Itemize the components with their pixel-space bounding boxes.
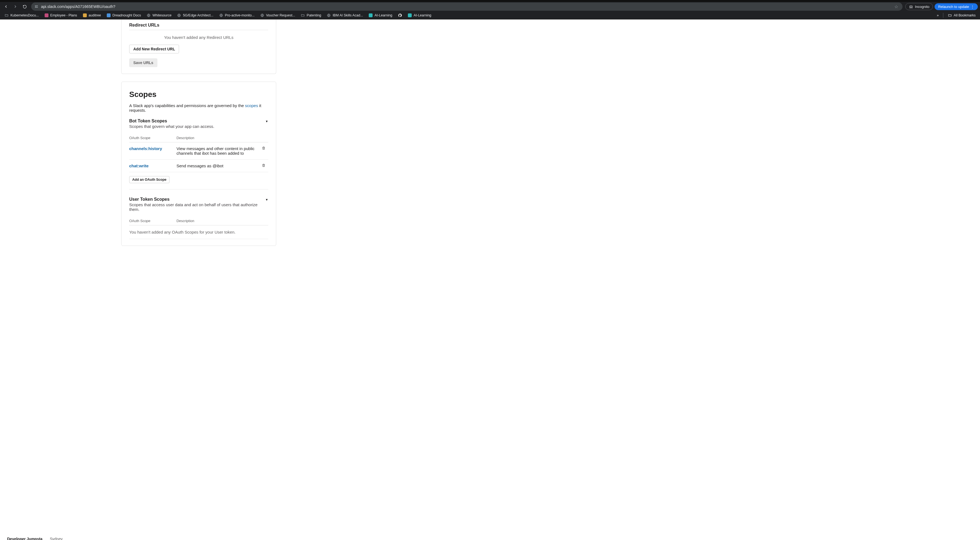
bookmark-item[interactable]: 5G/Edge Architect... — [175, 12, 215, 18]
bookmark-favicon — [83, 13, 87, 18]
page-body: Redirect URLs You haven't added any Redi… — [0, 19, 980, 540]
trash-icon — [262, 146, 266, 150]
bookmarks-overflow[interactable]: » — [935, 13, 941, 18]
col-header-desc: Description — [177, 217, 262, 225]
bookmark-label: IBM AI Skills Acad... — [332, 13, 363, 17]
bookmark-favicon — [219, 13, 223, 18]
user-scopes-subtitle: Scopes that access user data and act on … — [129, 202, 265, 212]
user-scopes-title: User Token Scopes — [129, 197, 265, 202]
back-button[interactable] — [2, 3, 10, 10]
bookmark-label: 5G/Edge Architect... — [183, 13, 213, 17]
bookmark-item[interactable]: auditree — [81, 12, 103, 18]
tab-strip — [0, 0, 980, 2]
scopes-link[interactable]: scopes — [245, 103, 258, 108]
bookmark-item[interactable]: Dreadnought Docs — [104, 12, 143, 18]
browser-chrome: api.slack.com/apps/A071665EWBU/oauth? ☆ … — [0, 0, 980, 19]
bookmark-item[interactable]: Whitesource — [144, 12, 173, 18]
folder-icon — [948, 13, 952, 18]
bookmark-favicon — [107, 13, 111, 18]
bookmark-label: Whitesource — [153, 13, 171, 17]
bookmark-item[interactable]: KubernetesDocu... — [2, 12, 41, 18]
left-nav-peek-item[interactable]: Developer Jumpsta — [7, 537, 43, 540]
relaunch-menu-icon: ⋮ — [971, 5, 974, 9]
bookmark-item[interactable]: Employee - Plans — [42, 12, 80, 18]
chevron-double-right-icon: » — [937, 13, 939, 17]
bookmark-item[interactable]: Pro-active-monito... — [217, 12, 257, 18]
bookmark-star-icon[interactable]: ☆ — [892, 4, 900, 9]
trash-icon — [262, 164, 266, 167]
bookmark-label: Dreadnought Docs — [113, 13, 141, 17]
bookmark-favicon — [369, 13, 373, 18]
delete-scope-button[interactable] — [262, 160, 268, 172]
bookmark-label: Voucher Request... — [266, 13, 295, 17]
bookmark-favicon — [45, 13, 49, 18]
bookmark-label: Patenting — [307, 13, 321, 17]
user-scopes-header[interactable]: User Token Scopes Scopes that access use… — [129, 197, 268, 212]
save-urls-button[interactable]: Save URLs — [129, 58, 158, 67]
relaunch-button[interactable]: Relaunch to update ⋮ — [935, 3, 978, 10]
add-redirect-url-button[interactable]: Add New Redirect URL — [129, 45, 179, 53]
caret-down-icon: ▼ — [265, 119, 268, 123]
bot-scopes-header[interactable]: Bot Token Scopes Scopes that govern what… — [129, 119, 268, 129]
scopes-intro: A Slack app's capabilities and permissio… — [129, 103, 268, 113]
bookmark-favicon — [326, 13, 331, 18]
delete-scope-button[interactable] — [262, 142, 268, 160]
scope-description: View messages and other content in publi… — [177, 142, 262, 160]
bookmark-label: AI-Learning — [374, 13, 392, 17]
incognito-label: Incognito — [915, 5, 929, 9]
bookmark-favicon — [5, 13, 9, 18]
browser-toolbar: api.slack.com/apps/A071665EWBU/oauth? ☆ … — [0, 2, 980, 11]
bot-scopes-table: OAuth Scope Description channels:history… — [129, 134, 268, 172]
bookmark-favicon — [146, 13, 151, 18]
svg-rect-0 — [35, 6, 38, 6]
bookmark-label: auditree — [89, 13, 101, 17]
scope-name-link[interactable]: chat:write — [129, 164, 149, 168]
bookmark-label: AI-Learning — [414, 13, 431, 17]
all-bookmarks-label: All Bookmarks — [954, 13, 975, 17]
bookmark-item[interactable] — [396, 12, 404, 18]
relaunch-label: Relaunch to update — [938, 5, 969, 9]
bookmark-item[interactable]: IBM AI Skills Acad... — [325, 12, 365, 18]
bookmark-item[interactable]: AI-Learning — [366, 12, 395, 18]
redirect-urls-empty-text: You haven't added any Redirect URLs — [129, 30, 268, 45]
scope-row: channels:historyView messages and other … — [129, 142, 268, 160]
bookmark-favicon — [407, 13, 412, 18]
user-scopes-table: OAuth Scope Description You haven't adde… — [129, 217, 268, 239]
scopes-heading: Scopes — [129, 90, 268, 99]
url-text: api.slack.com/apps/A071665EWBU/oauth? — [41, 5, 115, 9]
user-scopes-empty-row: You haven't added any OAuth Scopes for y… — [129, 225, 268, 239]
bookmark-label: KubernetesDocu... — [10, 13, 39, 17]
col-header-scope: OAuth Scope — [129, 134, 177, 142]
all-bookmarks-button[interactable]: All Bookmarks — [945, 12, 978, 18]
bookmarks-divider — [943, 13, 943, 18]
forward-button[interactable] — [11, 3, 19, 10]
incognito-icon — [909, 5, 913, 9]
bot-scopes-subtitle: Scopes that govern what your app can acc… — [129, 124, 265, 129]
bookmarks-bar: KubernetesDocu...Employee - Plansauditre… — [0, 11, 980, 19]
bot-scopes-title: Bot Token Scopes — [129, 119, 265, 124]
scope-name-link[interactable]: channels:history — [129, 146, 162, 151]
add-bot-scope-button[interactable]: Add an OAuth Scope — [129, 176, 169, 183]
scopes-intro-prefix: A Slack app's capabilities and permissio… — [129, 103, 245, 108]
bookmark-item[interactable]: AI-Learning — [406, 12, 434, 18]
bookmark-favicon — [177, 13, 181, 18]
col-header-scope: OAuth Scope — [129, 217, 177, 225]
bookmark-item[interactable]: Voucher Request... — [258, 12, 297, 18]
incognito-indicator[interactable]: Incognito — [905, 3, 933, 10]
site-info-icon[interactable] — [34, 4, 39, 9]
bookmark-item[interactable]: Patenting — [298, 12, 323, 18]
reload-button[interactable] — [21, 3, 29, 10]
col-header-desc: Description — [177, 134, 262, 142]
svg-rect-1 — [35, 7, 38, 8]
caret-down-icon: ▼ — [265, 197, 268, 201]
scopes-card: Scopes A Slack app's capabilities and pe… — [121, 81, 276, 246]
bookmark-favicon — [260, 13, 264, 18]
left-nav-peek-region: Sydney — [50, 537, 63, 540]
bookmark-favicon — [301, 13, 305, 18]
scope-description: Send messages as @ibot — [177, 160, 262, 172]
bookmark-label: Employee - Plans — [50, 13, 77, 17]
address-bar[interactable]: api.slack.com/apps/A071665EWBU/oauth? ☆ — [31, 2, 902, 11]
user-scopes-empty-text: You haven't added any OAuth Scopes for y… — [129, 225, 268, 239]
redirect-urls-title: Redirect URLs — [129, 19, 268, 30]
redirect-urls-card: Redirect URLs You haven't added any Redi… — [121, 19, 276, 74]
